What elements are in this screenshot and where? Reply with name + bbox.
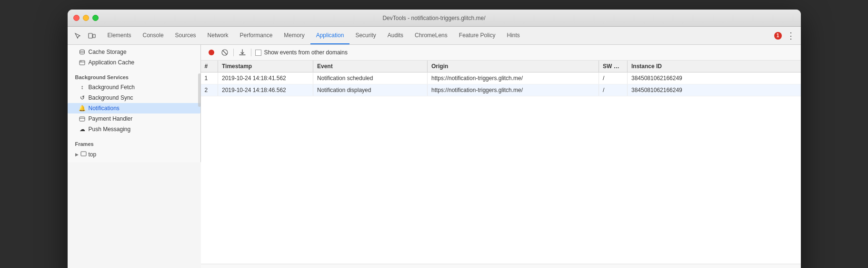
background-services-header: Background Services (68, 72, 200, 82)
svg-rect-8 (81, 152, 86, 156)
table-row[interactable]: 2 2019-10-24 14:18:46.562 Notification d… (201, 84, 801, 96)
content-area: Show events from other domains # Timesta… (201, 45, 801, 268)
minimize-button[interactable] (83, 15, 89, 21)
background-services-section: Background Services ↕ Background Fetch ↺… (68, 72, 200, 134)
tab-feature-policy[interactable]: Feature Policy (453, 27, 501, 44)
cell-origin-1: https://notification-triggers.glitch.me/ (428, 72, 599, 84)
device-mode-icon[interactable] (86, 30, 98, 42)
notifications-table-container: # Timestamp Event Origin SW … Instance I… (201, 61, 801, 264)
sidebar-item-payment-handler[interactable]: Payment Handler (68, 113, 200, 124)
cell-event-2: Notification displayed (313, 84, 428, 96)
toolbar-separator-2 (251, 49, 251, 56)
notifications-label: Notifications (89, 105, 120, 112)
tab-application[interactable]: Application (310, 27, 350, 44)
cell-origin-2: https://notification-triggers.glitch.me/ (428, 84, 599, 96)
cell-sw-1: / (599, 72, 628, 84)
checkbox-label-text: Show events from other domains (264, 49, 348, 56)
tab-chromelens[interactable]: ChromeLens (409, 27, 453, 44)
nav-tabs: Elements Console Sources Network Perform… (102, 27, 774, 44)
background-fetch-label: Background Fetch (89, 84, 135, 91)
payment-handler-icon (79, 115, 86, 122)
cell-num-2: 2 (201, 84, 218, 96)
notifications-toolbar: Show events from other domains (201, 45, 801, 61)
background-fetch-icon: ↕ (79, 84, 86, 91)
col-header-num[interactable]: # (201, 61, 218, 72)
tab-elements[interactable]: Elements (102, 27, 137, 44)
nav-right: 1 ⋮ (774, 31, 797, 41)
svg-rect-6 (80, 117, 85, 121)
window-title: DevTools - notification-triggers.glitch.… (382, 15, 485, 21)
push-messaging-icon: ☁ (79, 126, 86, 133)
sidebar-wrapper: Cache Storage Application Cache (68, 45, 201, 268)
record-button[interactable] (207, 48, 216, 57)
sidebar-item-application-cache[interactable]: Application Cache (68, 57, 200, 68)
payment-handler-label: Payment Handler (89, 115, 133, 122)
maximize-button[interactable] (92, 15, 99, 21)
tab-performance[interactable]: Performance (234, 27, 279, 44)
cell-instance-1: 3845081062166249 (628, 72, 801, 84)
tab-console[interactable]: Console (137, 27, 170, 44)
more-options-button[interactable]: ⋮ (785, 31, 797, 41)
titlebar: DevTools - notification-triggers.glitch.… (68, 10, 801, 27)
frame-icon (80, 151, 87, 158)
traffic-lights (73, 15, 99, 21)
main-layout: Cache Storage Application Cache (68, 45, 801, 268)
sidebar: Cache Storage Application Cache (68, 45, 201, 162)
table-row[interactable]: 1 2019-10-24 14:18:41.562 Notification s… (201, 72, 801, 84)
sidebar-item-cache-storage[interactable]: Cache Storage (68, 47, 200, 57)
col-header-instance-id[interactable]: Instance ID (628, 61, 801, 72)
error-badge[interactable]: 1 (774, 32, 782, 40)
tab-memory[interactable]: Memory (278, 27, 310, 44)
sidebar-item-notifications[interactable]: 🔔 Notifications (68, 103, 200, 113)
col-header-origin[interactable]: Origin (428, 61, 599, 72)
svg-line-11 (223, 51, 227, 54)
show-other-domains-checkbox[interactable]: Show events from other domains (255, 49, 348, 56)
svg-rect-0 (89, 33, 92, 38)
application-cache-icon (79, 59, 86, 66)
svg-rect-1 (93, 34, 95, 38)
application-cache-label: Application Cache (89, 59, 135, 66)
col-header-event[interactable]: Event (313, 61, 428, 72)
sidebar-item-background-fetch[interactable]: ↕ Background Fetch (68, 82, 200, 93)
cell-event-1: Notification scheduled (313, 72, 428, 84)
tab-hints[interactable]: Hints (501, 27, 526, 44)
storage-section: Cache Storage Application Cache (68, 47, 200, 68)
tab-audits[interactable]: Audits (382, 27, 409, 44)
sidebar-item-background-sync[interactable]: ↺ Background Sync (68, 93, 200, 103)
inspect-icon[interactable] (71, 30, 84, 42)
clear-button[interactable] (220, 48, 229, 57)
push-messaging-label: Push Messaging (89, 126, 131, 133)
frames-top-label: top (89, 151, 97, 158)
checkbox-box (255, 50, 261, 56)
table-header-row: # Timestamp Event Origin SW … Instance I… (201, 61, 801, 72)
col-header-timestamp[interactable]: Timestamp (218, 61, 313, 72)
tab-sources[interactable]: Sources (170, 27, 202, 44)
notifications-table: # Timestamp Event Origin SW … Instance I… (201, 61, 801, 96)
svg-rect-3 (80, 61, 85, 65)
close-button[interactable] (73, 15, 80, 21)
status-bar: Select an entry to view metadata (201, 264, 801, 268)
cell-timestamp-1: 2019-10-24 14:18:41.562 (218, 72, 313, 84)
toolbar-separator (233, 49, 234, 56)
background-sync-label: Background Sync (89, 94, 133, 101)
tab-security[interactable]: Security (349, 27, 381, 44)
cache-storage-label: Cache Storage (89, 49, 127, 55)
cell-timestamp-2: 2019-10-24 14:18:46.562 (218, 84, 313, 96)
tab-network[interactable]: Network (202, 27, 234, 44)
frames-section: Frames ▶ top (68, 138, 200, 160)
chevron-right-icon: ▶ (75, 152, 79, 157)
devtools-navbar: Elements Console Sources Network Perform… (68, 27, 801, 45)
sidebar-item-frames-top[interactable]: ▶ top (68, 149, 200, 160)
col-header-sw[interactable]: SW … (599, 61, 628, 72)
nav-icons (71, 30, 98, 42)
frames-header: Frames (68, 138, 200, 149)
cache-storage-icon (79, 49, 86, 55)
download-button[interactable] (238, 48, 247, 57)
error-count: 1 (774, 32, 782, 40)
svg-point-9 (209, 50, 214, 55)
sidebar-item-push-messaging[interactable]: ☁ Push Messaging (68, 124, 200, 134)
svg-point-2 (80, 50, 85, 52)
devtools-window: DevTools - notification-triggers.glitch.… (68, 10, 801, 268)
cell-instance-2: 3845081062166249 (628, 84, 801, 96)
notifications-icon: 🔔 (79, 105, 86, 112)
